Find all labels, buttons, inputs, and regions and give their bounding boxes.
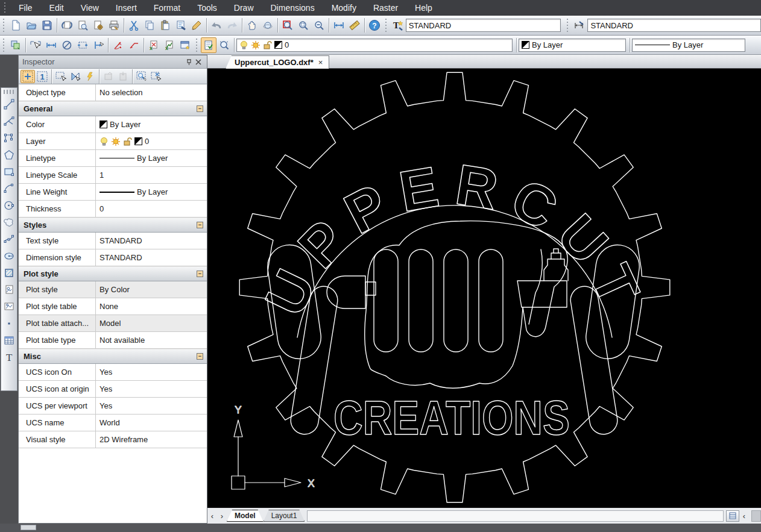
document-tab[interactable]: Uppercut_LOGO.dxf* ×	[226, 55, 329, 69]
leader-dimension-button[interactable]	[126, 37, 142, 53]
zoom-out-button[interactable]	[311, 17, 327, 33]
property-row-dimension-style[interactable]: Dimension style STANDARD	[19, 249, 207, 266]
point-tool-button[interactable]	[2, 315, 16, 332]
tab-close-icon[interactable]: ×	[318, 58, 323, 67]
menu-tools[interactable]: Tools	[189, 0, 226, 16]
match-properties-button[interactable]	[8, 37, 24, 53]
zoom-to-selection-button[interactable]	[134, 70, 149, 83]
sheet-prev-button[interactable]: ‹	[207, 512, 217, 521]
polygon-tool-button[interactable]	[2, 146, 16, 163]
print-preview-button[interactable]	[75, 17, 90, 33]
property-row-ucs-name[interactable]: UCS name World	[19, 415, 207, 431]
menu-grip-handle[interactable]	[3, 2, 8, 13]
drawing-canvas[interactable]: UPPERCUT CREATIONS Y X	[207, 69, 761, 507]
toolbar-grip-handle[interactable]	[2, 19, 6, 32]
property-row-thickness[interactable]: Thickness 0	[19, 201, 207, 217]
toolbar-grip-handle[interactable]	[4, 90, 14, 94]
property-row-line-weight[interactable]: Line Weight By Layer	[19, 184, 207, 201]
orbit-button[interactable]	[260, 17, 276, 33]
edit-pencil-button[interactable]	[189, 17, 204, 33]
collapse-icon[interactable]: −	[197, 105, 203, 112]
insert-image-tool-button[interactable]	[2, 281, 16, 298]
text-style-button[interactable]: T	[390, 17, 406, 33]
ellipse-tool-button[interactable]	[2, 248, 16, 264]
close-panel-button[interactable]	[194, 57, 203, 67]
line-tool-button[interactable]	[2, 96, 16, 113]
clear-selection-button[interactable]	[149, 70, 163, 83]
pin-button[interactable]	[184, 57, 194, 67]
plot-settings-button[interactable]	[90, 17, 106, 33]
property-row-plot-style[interactable]: Plot style By Color	[19, 281, 207, 298]
sheet-scroll-track[interactable]	[307, 510, 724, 522]
zoom-window-button[interactable]	[280, 17, 295, 33]
import-x-button[interactable]: x	[162, 37, 177, 53]
selection-cursor-button[interactable]	[28, 37, 43, 53]
collapse-icon[interactable]: −	[197, 222, 203, 228]
arc-tool-button[interactable]	[2, 180, 16, 197]
redo-button[interactable]	[224, 17, 240, 33]
property-row-linetype[interactable]: Linetype By Layer	[19, 150, 207, 167]
view-list-button[interactable]	[726, 510, 739, 522]
ruler-button[interactable]	[347, 17, 362, 33]
select-rectangle-button[interactable]	[54, 70, 68, 83]
property-row-plot-table-type[interactable]: Plot table type Not available	[19, 332, 207, 349]
color-combo[interactable]: By Layer	[519, 39, 626, 52]
distance-snap-button[interactable]	[43, 37, 59, 53]
polyline-tool-button[interactable]	[2, 113, 16, 130]
circle-tool-button[interactable]	[2, 197, 16, 214]
quick-filter-button[interactable]	[83, 70, 97, 83]
zoom-in-button[interactable]	[295, 17, 311, 33]
property-row-visual-style[interactable]: Visual style 2D Wireframe	[19, 431, 207, 448]
invert-selection-button[interactable]	[68, 68, 83, 85]
table-tool-button[interactable]	[2, 332, 16, 349]
add-selection-button[interactable]	[21, 70, 35, 83]
toolbar-grip-handle[interactable]	[384, 19, 388, 32]
collapse-icon[interactable]: −	[197, 271, 203, 277]
sheet-next-button[interactable]: ›	[217, 512, 227, 521]
property-row-layer[interactable]: Layer 0	[19, 133, 207, 150]
image-frame-tool-button[interactable]	[2, 298, 16, 315]
import-print-button[interactable]	[59, 17, 75, 33]
property-row-plot-table-attach[interactable]: Plot table attach... Model	[19, 315, 207, 332]
tab-model[interactable]: Model	[227, 510, 264, 522]
pan-button[interactable]	[244, 17, 260, 33]
measure-distance-button[interactable]	[331, 17, 347, 33]
menu-raster[interactable]: Raster	[365, 0, 406, 16]
print-button[interactable]	[106, 17, 122, 33]
cut-button[interactable]	[126, 17, 142, 33]
property-row-color[interactable]: Color By Layer	[19, 116, 207, 133]
dimension-style-combo[interactable]: STANDARD	[587, 19, 761, 32]
menu-view[interactable]: View	[72, 0, 107, 16]
section-header-misc[interactable]: Misc −	[19, 349, 207, 364]
toolbar-grip-handle[interactable]	[566, 19, 570, 32]
help-button[interactable]: ?	[367, 17, 382, 33]
menu-draw[interactable]: Draw	[226, 0, 262, 16]
hatch-tool-button[interactable]	[2, 264, 16, 281]
format-painter-button[interactable]	[173, 17, 189, 33]
undo-button[interactable]	[209, 17, 224, 33]
find-settings-button[interactable]	[216, 37, 232, 53]
sheet-scroll-left-button[interactable]: ‹	[739, 512, 749, 521]
edit-nodes-tool-button[interactable]	[2, 130, 16, 146]
text-tool-button[interactable]: T	[2, 349, 16, 366]
open-button[interactable]	[24, 17, 39, 33]
export-x-button[interactable]: x	[146, 37, 162, 53]
property-row-object-type[interactable]: Object type No selection	[19, 84, 207, 101]
copy-button[interactable]	[142, 17, 157, 33]
text-style-combo[interactable]: STANDARD	[406, 19, 561, 32]
property-row-ucs-icon-on[interactable]: UCS icon On Yes	[19, 364, 207, 381]
paste-properties-button[interactable]	[116, 70, 130, 83]
window-snap-button[interactable]	[75, 37, 90, 53]
menu-insert[interactable]: Insert	[107, 0, 145, 16]
rectangle-tool-button[interactable]	[2, 163, 16, 180]
toolbar-grip-handle[interactable]	[2, 39, 6, 52]
copy-properties-button[interactable]	[101, 70, 116, 83]
property-row-ucs-per-viewport[interactable]: UCS per viewport Yes	[19, 398, 207, 415]
status-scroll-thumb[interactable]	[21, 525, 36, 530]
property-row-linetype-scale[interactable]: Linetype Scale 1	[19, 167, 207, 184]
angle-dimension-button[interactable]: A	[110, 37, 126, 53]
collapse-icon[interactable]: −	[197, 353, 203, 360]
menu-help[interactable]: Help	[406, 0, 441, 16]
section-header-general[interactable]: General −	[19, 101, 207, 116]
property-row-plot-style-table[interactable]: Plot style table None	[19, 298, 207, 315]
